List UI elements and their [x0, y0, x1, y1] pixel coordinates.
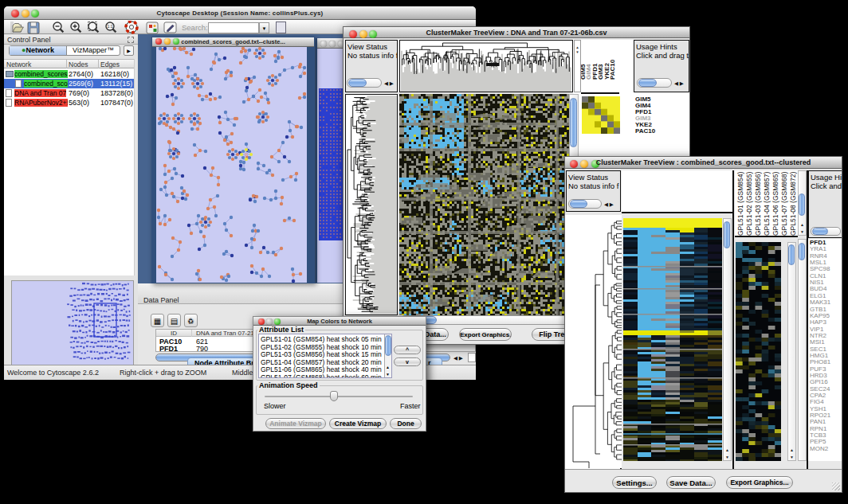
- svg-text:GPL51-02 (GSM855): GPL51-02 (GSM855): [745, 172, 753, 236]
- svg-text:PAC10: PAC10: [609, 59, 616, 80]
- svg-text:GPL51-03 (GSM856): GPL51-03 (GSM856): [754, 172, 762, 236]
- svg-text:GPL51-04 (GSM857): GPL51-04 (GSM857): [763, 172, 771, 236]
- svg-text:1:1: 1:1: [107, 24, 113, 29]
- svg-text:Search:: Search:: [182, 23, 208, 32]
- svg-text:GPL51-06 (GSM865): GPL51-06 (GSM865): [771, 172, 779, 236]
- svg-text:GPL51-08 (GSM872): GPL51-08 (GSM872): [789, 172, 797, 236]
- svg-text:GPL51-07 (GSM868): GPL51-07 (GSM868): [780, 172, 788, 236]
- svg-text:GPL51-01 (GSM854): GPL51-01 (GSM854): [736, 172, 744, 236]
